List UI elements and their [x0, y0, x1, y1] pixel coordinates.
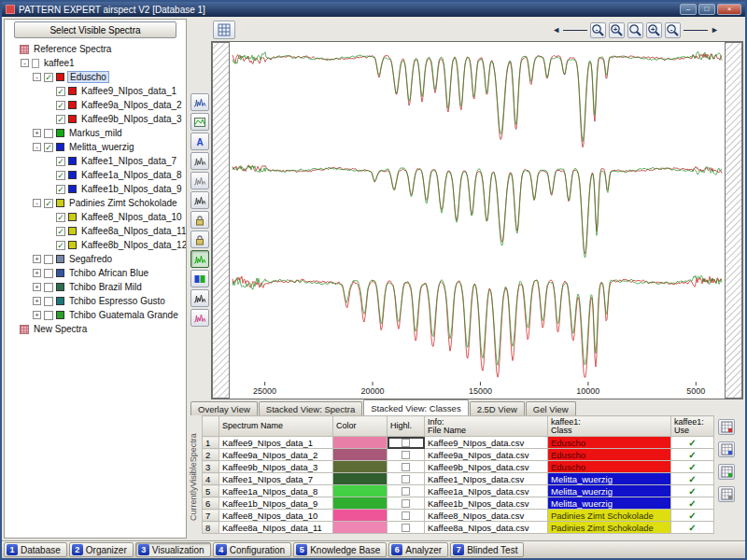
file-name-cell[interactable]: Kaffee9_NIpos_data.csv — [425, 437, 548, 449]
spectrum-name-cell[interactable]: Kaffee9b_NIpos_data_3 — [219, 461, 333, 473]
visibility-checkbox[interactable]: ✓ — [44, 199, 53, 208]
visibility-checkbox[interactable] — [44, 297, 53, 306]
tree-item-kaffee8b-nipos-data-12[interactable]: ✓Kaffee8b_NIpos_data_12 — [7, 238, 186, 252]
pan-right-icon[interactable]: ► — [711, 26, 719, 35]
tree-item-label[interactable]: Kaffee1b_NIpos_data_9 — [79, 184, 184, 194]
visibility-checkbox[interactable]: ✓ — [56, 213, 65, 222]
file-name-cell[interactable]: Kaffee8a_NIpos_data.csv — [425, 522, 548, 534]
collapse-icon[interactable]: - — [21, 59, 29, 67]
file-name-cell[interactable]: Kaffee1b_NIpos_data.csv — [425, 497, 548, 510]
tree-item-label[interactable]: Segafredo — [67, 254, 114, 264]
view-tab-stacked-view-spectra[interactable]: Stacked View: Spectra — [259, 401, 362, 415]
show-spectra-icon[interactable] — [190, 250, 209, 268]
column-header-use[interactable]: kaffee1: Use — [671, 416, 714, 437]
module-tab-blinded-test[interactable]: 7Blinded Test — [450, 542, 524, 557]
file-name-cell[interactable]: Kaffee9b_NIpos_data.csv — [425, 461, 548, 473]
highlight-checkbox[interactable] — [402, 475, 410, 483]
table-add-icon[interactable] — [718, 419, 735, 435]
view-tab-overlay-view[interactable]: Overlay View — [190, 401, 258, 415]
lock-x-axis-icon[interactable] — [190, 211, 209, 229]
column-header-class[interactable]: kaffee1: Class — [548, 416, 671, 437]
row-number-cell[interactable]: 5 — [203, 485, 219, 497]
collapse-icon[interactable]: - — [33, 143, 41, 151]
visibility-checkbox[interactable]: ✓ — [44, 73, 53, 82]
tree-item-kaffee1[interactable]: -kaffee1 — [7, 56, 186, 70]
close-button[interactable]: × — [717, 4, 741, 15]
color-swatch-cell[interactable] — [333, 497, 388, 510]
highlight-cell[interactable] — [388, 510, 425, 522]
use-cell[interactable]: ✓ — [671, 485, 714, 497]
visibility-checkbox[interactable]: ✓ — [56, 227, 65, 236]
use-cell[interactable]: ✓ — [671, 461, 714, 473]
use-cell[interactable]: ✓ — [671, 473, 714, 485]
visibility-checkbox[interactable] — [44, 269, 53, 278]
zoom-reset-icon[interactable] — [627, 22, 643, 38]
tree-item-new-spectra[interactable]: New Spectra — [7, 322, 186, 336]
spectrum-name-cell[interactable]: Kaffee8a_NIpos_data_11 — [219, 522, 333, 534]
color-swatch-cell[interactable] — [333, 437, 388, 449]
row-number-cell[interactable]: 1 — [203, 437, 219, 449]
row-number-cell[interactable]: 3 — [203, 461, 219, 473]
tree-item-label[interactable]: Reference Spectra — [32, 44, 113, 54]
class-cell[interactable]: Melitta_wuerzig — [548, 473, 671, 485]
tree-item-label[interactable]: Kaffee1a_NIpos_data_8 — [79, 170, 184, 180]
visibility-checkbox[interactable]: ✓ — [56, 241, 65, 250]
tree-item-segafredo[interactable]: +Segafredo — [7, 252, 186, 266]
tree-item-label[interactable]: Tchibo African Blue — [67, 268, 150, 278]
tree-item-reference-spectra[interactable]: Reference Spectra — [7, 42, 186, 56]
visibility-checkbox[interactable] — [44, 311, 53, 320]
visibility-checkbox[interactable]: ✓ — [56, 87, 65, 96]
tree-item-label[interactable]: Kaffee9a_NIpos_data_2 — [79, 100, 184, 110]
module-tab-knowledge-base[interactable]: 5Knowledge Base — [293, 542, 387, 557]
expand-icon[interactable]: + — [33, 283, 41, 291]
view-tab-gel-view[interactable]: Gel View — [526, 401, 576, 415]
spectrum-name-cell[interactable]: Kaffee9a_NIpos_data_2 — [219, 449, 333, 461]
color-swatch-cell[interactable] — [333, 510, 388, 522]
row-number-cell[interactable]: 4 — [203, 473, 219, 485]
row-number-cell[interactable]: 2 — [203, 449, 219, 461]
collapse-icon[interactable]: - — [33, 73, 41, 81]
tree-item-kaffee1-nipos-data-7[interactable]: ✓Kaffee1_NIpos_data_7 — [7, 154, 186, 168]
color-swatch-cell[interactable] — [333, 461, 388, 473]
tree-item-label[interactable]: Padinies Zimt Schokolade — [67, 198, 179, 208]
tree-item-melitta-wuerzig[interactable]: -✓Melitta_wuerzig — [7, 140, 186, 154]
spectra-plot[interactable]: 250002000015000100005000 — [211, 41, 743, 399]
tree-item-label[interactable]: kaffee1 — [42, 58, 77, 68]
tree-item-tchibo-espresso-gusto[interactable]: +Tchibo Espresso Gusto — [7, 294, 186, 308]
minimize-button[interactable]: – — [680, 4, 697, 15]
spectrum-name-cell[interactable]: Kaffee1_NIpos_data_7 — [219, 473, 333, 485]
tree-item-label[interactable]: Melitta_wuerzig — [67, 142, 135, 152]
tree-item-label[interactable]: Tchibo Guatemala Grande — [67, 310, 180, 320]
highlight-checkbox[interactable] — [402, 511, 410, 520]
lock-y-axis-icon[interactable] — [190, 231, 209, 248]
tree-item-kaffee8-nipos-data-10[interactable]: ✓Kaffee8_NIpos_data_10 — [7, 210, 186, 224]
color-swatch-cell[interactable] — [333, 522, 388, 534]
export-spectrum-image-icon[interactable] — [190, 113, 209, 131]
highlight-checkbox[interactable] — [402, 487, 410, 496]
collapse-icon[interactable]: - — [33, 199, 41, 207]
color-swatch-cell[interactable] — [333, 473, 388, 485]
tree-item-markus-mild[interactable]: +Markus_mild — [7, 126, 186, 140]
zoom-out-vertical-icon[interactable]: - — [665, 22, 681, 38]
column-header-file-name[interactable]: Info: File Name — [425, 416, 548, 437]
zoom-out-horizontal-icon[interactable]: - — [590, 22, 606, 38]
view-tab-stacked-view-classes[interactable]: Stacked View: Classes — [363, 399, 468, 415]
class-cell[interactable]: Eduscho — [548, 437, 671, 449]
tree-item-label[interactable]: New Spectra — [32, 324, 89, 334]
visibility-checkbox[interactable] — [44, 255, 53, 264]
view-tab-2-5d-view[interactable]: 2.5D View — [470, 401, 525, 415]
module-tab-database[interactable]: 1Database — [4, 542, 67, 557]
pan-left-icon[interactable]: ◄ — [552, 26, 560, 35]
table-export-icon[interactable] — [718, 464, 735, 480]
class-color-icon[interactable] — [190, 270, 209, 287]
baseline-correct-icon[interactable] — [190, 289, 209, 307]
class-cell[interactable]: Melitta_wuerzig — [548, 497, 671, 510]
class-cell[interactable]: Eduscho — [548, 461, 671, 473]
tree-item-tchibo-brazil-mild[interactable]: +Tchibo Brazil Mild — [7, 280, 186, 294]
derivative-icon[interactable] — [190, 191, 209, 209]
zoom-in-vertical-icon[interactable]: + — [646, 22, 662, 38]
titlebar[interactable]: PATTERN EXPERT airspect V2 [Database 1] … — [2, 2, 745, 17]
highlight-cell[interactable] — [388, 473, 425, 485]
table-copy-icon[interactable] — [718, 441, 735, 457]
expand-icon[interactable]: + — [33, 255, 41, 263]
